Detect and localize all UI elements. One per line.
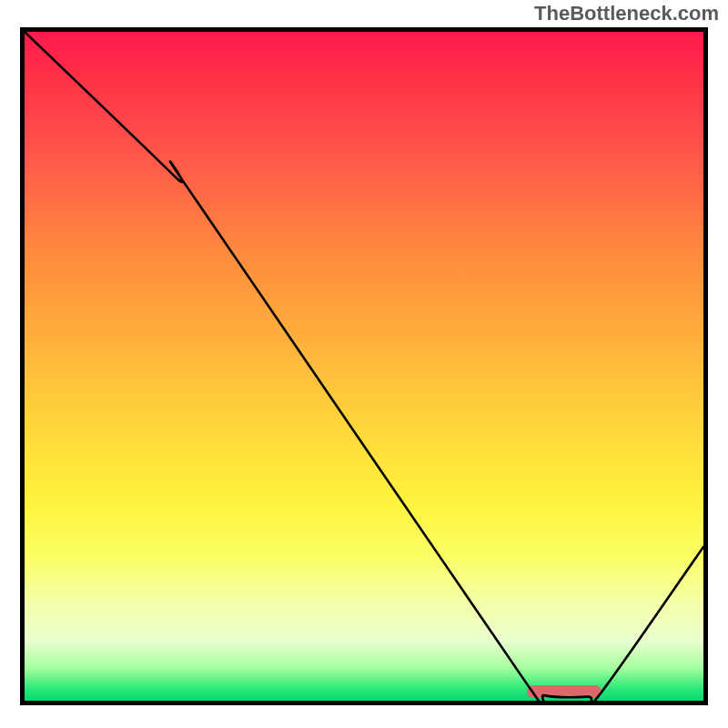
optimum-marker xyxy=(527,685,602,698)
chart-canvas: TheBottleneck.com xyxy=(0,0,728,728)
plot-frame xyxy=(20,27,708,705)
attribution-label: TheBottleneck.com xyxy=(534,2,719,25)
gradient-fill xyxy=(25,32,703,701)
